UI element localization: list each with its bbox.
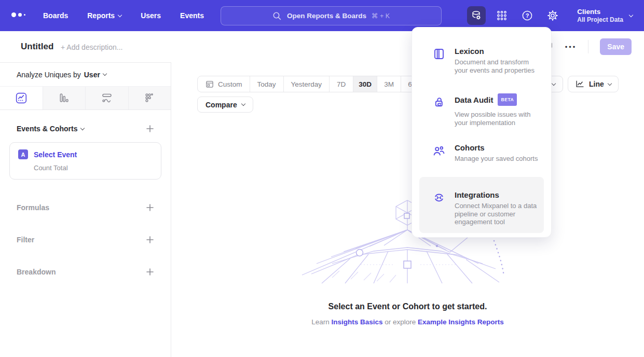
project-name: All Project Data — [577, 16, 623, 24]
events-cohorts-toggle[interactable]: Events & Cohorts — [17, 125, 84, 133]
add-breakdown-button[interactable] — [146, 268, 154, 276]
more-options-button[interactable]: ••• — [565, 43, 577, 51]
plus-icon — [146, 268, 154, 276]
bar-chart-icon — [58, 92, 70, 104]
org-name: Clients — [577, 7, 623, 16]
menu-item-data-audit[interactable]: Data Audit BETA View possible issues wit… — [419, 93, 544, 140]
compare-dropdown[interactable]: Compare — [197, 97, 253, 113]
select-event-button[interactable]: Select Event — [34, 150, 77, 159]
plus-icon — [146, 203, 154, 212]
chevron-down-icon — [608, 81, 612, 85]
save-button[interactable]: Save — [600, 38, 632, 55]
tab-bar-chart[interactable] — [43, 87, 86, 109]
chevron-down-icon — [551, 81, 555, 85]
data-management-menu: Lexicon Document and transform your even… — [412, 27, 552, 238]
events-cohorts-header: Events & Cohorts — [0, 125, 171, 133]
cohorts-people-icon — [433, 145, 445, 157]
subtitle-text: Learn — [311, 318, 331, 326]
empty-state-title: Select an Event or Cohort to get started… — [171, 302, 644, 311]
line-chart-icon — [575, 79, 585, 89]
add-event-button[interactable] — [146, 125, 154, 133]
top-nav: Boards Reports Users Events Open Reports… — [0, 0, 644, 31]
mixpanel-logo[interactable] — [11, 12, 25, 17]
project-switcher[interactable]: Clients All Project Data — [577, 7, 633, 24]
data-governance-icon — [470, 9, 483, 22]
insights-basics-link[interactable]: Insights Basics — [331, 318, 382, 326]
nav-item-users[interactable]: Users — [141, 11, 161, 20]
menu-item-integrations[interactable]: Integrations Connect Mixpanel to a data … — [419, 177, 544, 233]
add-formula-button[interactable] — [146, 203, 154, 212]
tab-flow[interactable] — [85, 87, 128, 109]
plus-icon — [146, 125, 154, 133]
empty-state-subtitle: Learn Insights Basics or explore Example… — [171, 318, 644, 326]
chevron-down-icon — [103, 72, 107, 76]
report-title[interactable]: Untitled — [21, 42, 53, 52]
analyze-label: Analyze Uniques by — [17, 71, 81, 79]
chart-type-dropdown[interactable]: Line — [568, 76, 619, 92]
data-governance-button[interactable] — [467, 6, 486, 25]
integrations-sync-icon — [433, 191, 445, 204]
calendar-icon — [205, 79, 214, 89]
search-icon — [272, 11, 282, 21]
metrics-grid-icon — [143, 92, 156, 104]
menu-item-cohorts[interactable]: Cohorts Manage your saved cohorts — [419, 143, 544, 175]
analyze-by-dropdown[interactable]: User — [84, 71, 106, 79]
example-insights-reports-link[interactable]: Example Insights Reports — [418, 318, 504, 326]
range-30d[interactable]: 30D — [353, 76, 377, 92]
chart-type-tabs — [0, 86, 171, 110]
search-placeholder: Open Reports & Boards — [287, 12, 366, 20]
flow-icon — [101, 92, 113, 104]
event-letter-badge: A — [18, 149, 28, 159]
formulas-section: Formulas — [0, 203, 171, 212]
global-search-input[interactable]: Open Reports & Boards ⌘ + K — [221, 6, 442, 25]
range-7d[interactable]: 7D — [329, 76, 353, 92]
add-filter-button[interactable] — [146, 236, 154, 244]
nav-item-events[interactable]: Events — [180, 11, 204, 20]
range-3m[interactable]: 3M — [377, 76, 401, 92]
line-chart-icon — [15, 92, 28, 104]
analyze-row: Analyze Uniques by User — [0, 63, 171, 86]
settings-button[interactable] — [543, 6, 562, 25]
apps-grid-button[interactable] — [492, 6, 511, 25]
chevron-down-icon — [629, 12, 633, 17]
nav-right-cluster: ? Clients All Projec — [467, 0, 644, 31]
tab-metrics[interactable] — [128, 87, 171, 109]
event-card[interactable]: A Select Event Count Total — [9, 142, 161, 180]
main-menu: Boards Reports Users Events — [43, 0, 204, 31]
report-actions: ••• Save — [542, 31, 632, 62]
search-shortcut: ⌘ + K — [372, 12, 390, 20]
svg-text:?: ? — [526, 12, 529, 19]
breakdown-section: Breakdown — [0, 268, 171, 276]
chevron-down-icon — [118, 12, 122, 17]
filter-label: Filter — [17, 236, 34, 244]
subtitle-text: or explore — [382, 318, 418, 326]
plus-icon — [146, 236, 154, 244]
nav-item-reports[interactable]: Reports — [87, 11, 121, 20]
nav-item-boards[interactable]: Boards — [43, 11, 68, 20]
tab-line-chart[interactable] — [0, 87, 43, 109]
beta-badge: BETA — [498, 93, 517, 106]
chart-area: Custom Today Yesterday 7D 30D 3M 6M 12M … — [171, 62, 644, 357]
formulas-label: Formulas — [17, 203, 49, 212]
data-audit-icon — [433, 96, 445, 108]
count-total-dropdown[interactable]: Count Total — [34, 164, 153, 172]
divider — [588, 40, 588, 53]
chevron-down-icon — [80, 126, 85, 130]
chevron-down-icon — [241, 102, 245, 106]
range-yesterday[interactable]: Yesterday — [283, 76, 330, 92]
settings-gear-icon — [546, 9, 559, 22]
apps-grid-icon — [496, 9, 508, 22]
range-custom[interactable]: Custom — [198, 76, 250, 92]
help-button[interactable]: ? — [518, 6, 537, 25]
menu-item-lexicon[interactable]: Lexicon Document and transform your even… — [419, 46, 544, 90]
breakdown-label: Breakdown — [17, 268, 56, 276]
range-today[interactable]: Today — [250, 76, 283, 92]
filter-section: Filter — [0, 236, 171, 244]
query-builder-sidebar: Analyze Uniques by User — [0, 62, 171, 357]
mixpanel-insights-app: Boards Reports Users Events Open Reports… — [0, 0, 644, 357]
add-description-field[interactable]: + Add description... — [61, 43, 122, 51]
lexicon-book-icon — [433, 48, 445, 60]
help-icon: ? — [521, 9, 533, 22]
